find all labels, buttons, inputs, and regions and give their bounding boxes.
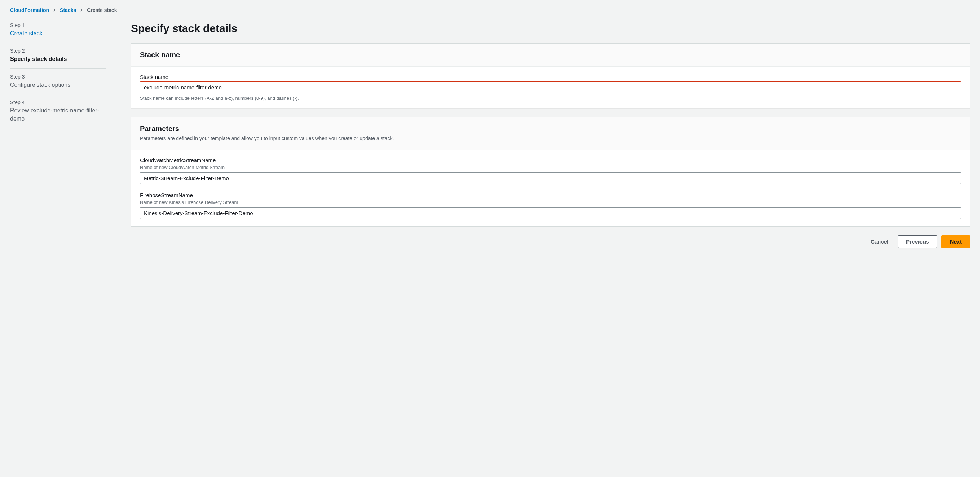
wizard-step-label: Step 4 [10,100,106,105]
field-label: FirehoseStreamName [140,192,961,198]
panel-title: Stack name [140,51,961,59]
cancel-button[interactable]: Cancel [866,236,894,247]
panel-title: Parameters [140,125,961,133]
page-title: Specify stack details [131,22,970,35]
chevron-right-icon [80,7,83,13]
next-button[interactable]: Next [942,235,970,248]
stack-name-field: Stack name Stack name can include letter… [140,74,961,101]
wizard-step-label: Step 1 [10,22,106,28]
field-label: CloudWatchMetricStreamName [140,157,961,163]
wizard-step-title: Configure stack options [10,81,106,89]
wizard-step-title: Specify stack details [10,55,106,63]
wizard-step-1[interactable]: Step 1 Create stack [10,22,106,43]
wizard-step-label: Step 3 [10,74,106,79]
stack-name-input[interactable] [140,81,961,93]
parameter-input-firehose-stream-name[interactable] [140,207,961,219]
wizard-step-title: Create stack [10,30,106,38]
wizard-step-title: Review exclude-metric-name-filter-demo [10,107,106,123]
field-description: Name of new CloudWatch Metric Stream [140,165,961,170]
breadcrumb-current: Create stack [87,7,117,13]
parameter-field-cloudwatch-stream-name: CloudWatchMetricStreamName Name of new C… [140,157,961,184]
field-description: Name of new Kinesis Firehose Delivery St… [140,200,961,205]
panel-header: Stack name [131,44,970,67]
breadcrumb-link-cloudformation[interactable]: CloudFormation [10,7,49,13]
wizard-step-3: Step 3 Configure stack options [10,69,106,94]
panel-body: Stack name Stack name can include letter… [131,67,970,108]
field-label-stack-name: Stack name [140,74,961,80]
wizard-steps-sidebar: Step 1 Create stack Step 2 Specify stack… [10,22,106,128]
panel-subtitle: Parameters are defined in your template … [140,135,961,142]
wizard-step-4: Step 4 Review exclude-metric-name-filter… [10,94,106,128]
wizard-step-label: Step 2 [10,48,106,54]
wizard-actions: Cancel Previous Next [131,235,970,248]
field-helper-stack-name: Stack name can include letters (A-Z and … [140,95,961,101]
panel-body: CloudWatchMetricStreamName Name of new C… [131,150,970,226]
parameter-input-cloudwatch-stream-name[interactable] [140,172,961,184]
panel-header: Parameters Parameters are defined in you… [131,117,970,150]
parameters-panel: Parameters Parameters are defined in you… [131,117,970,227]
previous-button[interactable]: Previous [898,235,937,248]
breadcrumb-link-stacks[interactable]: Stacks [60,7,76,13]
breadcrumb: CloudFormation Stacks Create stack [10,7,970,13]
main-content: Specify stack details Stack name Stack n… [131,22,970,248]
wizard-step-2: Step 2 Specify stack details [10,43,106,68]
parameter-field-firehose-stream-name: FirehoseStreamName Name of new Kinesis F… [140,192,961,219]
stack-name-panel: Stack name Stack name Stack name can inc… [131,43,970,108]
chevron-right-icon [52,7,56,13]
